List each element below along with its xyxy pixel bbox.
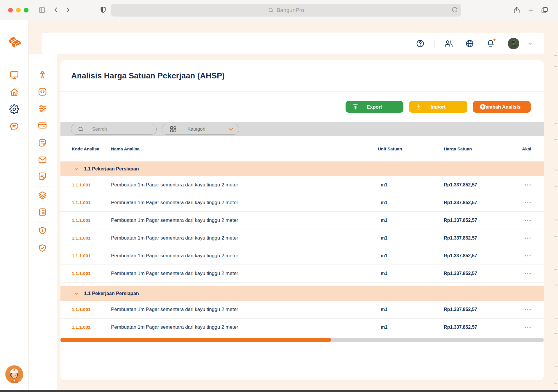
- sidebar-item-chat[interactable]: [9, 121, 19, 131]
- column-header-unit: Unit Satuan: [378, 146, 444, 151]
- sidebar-item-settings[interactable]: [9, 104, 19, 114]
- search-icon: [268, 7, 274, 13]
- table-header: Kode Analisa Nama Analisa Unit Satuan Ha…: [60, 136, 544, 161]
- search-box[interactable]: [71, 124, 157, 135]
- notification-dot: [493, 38, 496, 41]
- category-grid-icon: [169, 125, 177, 133]
- privacy-report-button[interactable]: [99, 6, 107, 14]
- table-row[interactable]: 1.1.1.001 Pembuatan 1m Pagar sementara d…: [60, 265, 544, 283]
- scroll-marker: [554, 220, 557, 220]
- column-header-actions: Aksi: [521, 146, 531, 151]
- shield-check-icon: [38, 244, 47, 253]
- group-label: 1.1 Pekerjaan Persiapan: [84, 291, 139, 296]
- forward-button[interactable]: [64, 6, 71, 14]
- person-icon: [38, 70, 47, 80]
- address-text: BangunPro: [276, 7, 304, 13]
- row-name: Pembuatan 1m Pagar sementara dari kayu t…: [111, 235, 378, 241]
- rail-item-note[interactable]: [38, 138, 47, 148]
- row-actions-button[interactable]: [524, 236, 532, 241]
- sidebar-item-desktop[interactable]: [9, 70, 19, 80]
- table-row[interactable]: 1.1.1.001 Pembuatan 1m Pagar sementara d…: [60, 247, 544, 265]
- rail-item-note-2[interactable]: [38, 172, 47, 181]
- share-button[interactable]: [513, 6, 521, 14]
- rail-item-code[interactable]: [38, 87, 47, 96]
- row-price: Rp1.337.852,57: [444, 182, 521, 188]
- scroll-marker: [554, 333, 557, 334]
- chevron-down-icon: [527, 40, 533, 47]
- minimize-window-button[interactable]: [16, 8, 21, 12]
- rail-item-mail[interactable]: [38, 155, 47, 164]
- rail-item-person[interactable]: [38, 70, 47, 80]
- row-actions-button[interactable]: [524, 325, 532, 330]
- table-row[interactable]: 1.1.1.001 Pembuatan 1m Pagar sementara d…: [60, 194, 544, 212]
- rail-item-sliders[interactable]: [38, 104, 47, 113]
- tab-overview-button[interactable]: [541, 6, 549, 14]
- zoom-window-button[interactable]: [24, 8, 28, 12]
- row-code: 1.1.1.001: [72, 200, 111, 205]
- app-logo[interactable]: [6, 34, 23, 51]
- row-code: 1.1.1.001: [72, 253, 111, 258]
- group-header[interactable]: 1.1 Pekerjaan Persiapan: [60, 286, 544, 301]
- table-body: 1.1 Pekerjaan Persiapan 1.1.1.001 Pembua…: [60, 161, 544, 336]
- chevron-down-icon: [227, 126, 234, 133]
- chevron-down-icon[interactable]: [74, 291, 79, 296]
- row-actions-button[interactable]: [524, 200, 532, 205]
- rail-item-list[interactable]: [38, 208, 47, 217]
- row-name: Pembuatan 1m Pagar sementara dari kayu t…: [111, 200, 378, 206]
- tabs-icon: [541, 6, 549, 14]
- table-row[interactable]: 1.1.1.001 Pembuatan 1m Pagar sementara d…: [60, 212, 544, 229]
- reload-button[interactable]: [451, 6, 458, 13]
- row-actions-button[interactable]: [524, 253, 532, 258]
- row-actions-button[interactable]: [524, 307, 532, 312]
- users-button[interactable]: [444, 39, 453, 48]
- sidebar-divider: [35, 222, 51, 222]
- sidebar-toggle-button[interactable]: [38, 6, 46, 14]
- upload-icon: [352, 103, 359, 110]
- sliders-icon: [38, 104, 47, 113]
- rail-item-shield-lock[interactable]: [38, 226, 47, 235]
- row-actions-button[interactable]: [524, 218, 532, 223]
- profile-menu-button[interactable]: [527, 40, 533, 47]
- back-button[interactable]: [52, 6, 60, 14]
- chevron-down-icon[interactable]: [74, 166, 79, 172]
- row-actions-button[interactable]: [524, 271, 532, 276]
- import-button[interactable]: Import: [409, 101, 467, 113]
- category-dropdown[interactable]: Kategori: [162, 124, 239, 135]
- rail-item-card[interactable]: [38, 121, 47, 130]
- scrollbar-thumb[interactable]: [60, 338, 331, 342]
- mail-icon: [38, 155, 47, 164]
- user-avatar-bottom[interactable]: [5, 365, 23, 383]
- table-row[interactable]: 1.1.1.001 Pembuatan 1m Pagar sementara d…: [60, 319, 544, 336]
- new-tab-button[interactable]: [527, 6, 535, 14]
- add-analysis-button[interactable]: Tambah Analisis: [473, 101, 531, 113]
- toolbar: Export Import Tambah Analisis: [60, 92, 544, 122]
- sidebar-item-home[interactable]: [9, 87, 19, 97]
- close-window-button[interactable]: [8, 8, 13, 12]
- browser-chrome: BangunPro: [0, 0, 558, 20]
- help-button[interactable]: [416, 39, 425, 48]
- row-name: Pembuatan 1m Pagar sementara dari kayu t…: [111, 253, 378, 259]
- table-row[interactable]: 1.1.1.001 Pembuatan 1m Pagar sementara d…: [60, 301, 544, 319]
- user-avatar[interactable]: [508, 38, 519, 49]
- search-input[interactable]: [92, 127, 150, 132]
- help-icon: [416, 39, 425, 48]
- row-price: Rp1.337.852,57: [444, 253, 521, 258]
- horizontal-scrollbar: [60, 338, 544, 342]
- rail-item-layers[interactable]: [38, 190, 47, 200]
- address-bar[interactable]: BangunPro: [111, 4, 461, 17]
- row-name: Pembuatan 1m Pagar sementara dari kayu t…: [111, 307, 378, 312]
- row-actions-button[interactable]: [524, 183, 532, 188]
- scroll-marker: [554, 170, 557, 170]
- notifications-button[interactable]: [486, 39, 495, 48]
- table-row[interactable]: 1.1.1.001 Pembuatan 1m Pagar sementara d…: [60, 229, 544, 247]
- row-unit: m1: [378, 182, 444, 188]
- rail-item-shield-check[interactable]: [38, 244, 47, 253]
- row-unit: m1: [378, 218, 444, 223]
- export-button[interactable]: Export: [346, 101, 403, 113]
- table-row[interactable]: 1.1.1.001 Pembuatan 1m Pagar sementara d…: [60, 176, 544, 194]
- group-header[interactable]: 1.1 Pekerjaan Persiapan: [60, 161, 544, 176]
- export-label: Export: [367, 104, 382, 110]
- row-unit: m1: [378, 200, 444, 205]
- scroll-marker: [554, 123, 557, 124]
- language-button[interactable]: [465, 39, 474, 48]
